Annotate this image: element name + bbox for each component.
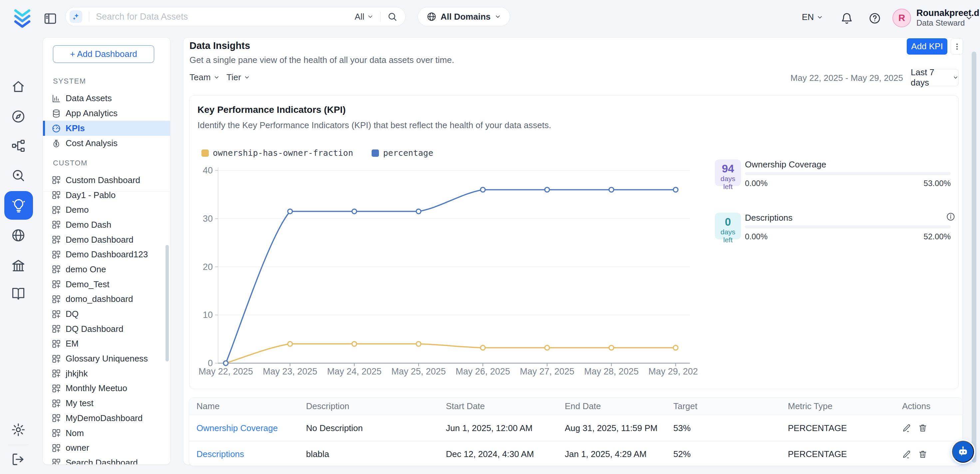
legend-item-ownership[interactable]: ownership-has-owner-fraction	[202, 148, 353, 158]
chatbot-button[interactable]	[952, 441, 974, 463]
user-menu-chevron-icon[interactable]	[965, 14, 973, 22]
column-header-description[interactable]: Description	[306, 401, 446, 412]
svg-text:40: 40	[203, 165, 213, 175]
help-button[interactable]	[869, 12, 881, 25]
compass-icon	[11, 109, 25, 124]
rail-item-lineage[interactable]	[11, 138, 25, 153]
row-actions	[902, 423, 963, 433]
ai-sparkles-icon[interactable]	[70, 10, 82, 23]
kpi-name-link[interactable]: Descriptions	[196, 449, 306, 460]
sidebar-item-data-assets[interactable]: Data Assets	[43, 91, 170, 106]
sidebar-item-glossary-uniqueness[interactable]: Glossary Uniqueness	[43, 351, 170, 366]
language-selector[interactable]: EN	[802, 12, 823, 22]
days-left-value: 0	[715, 216, 741, 228]
book-icon	[11, 286, 25, 301]
add-dashboard-button[interactable]: + Add Dashboard	[53, 45, 154, 63]
column-header-target[interactable]: Target	[673, 401, 788, 412]
sidebar-item-day1-pablo[interactable]: Day1 - Pablo	[43, 188, 170, 203]
legend-item-percentage[interactable]: percentage	[372, 148, 433, 158]
column-header-end-date[interactable]: End Date	[565, 401, 673, 412]
sidebar-item-label: Cost Analysis	[65, 138, 118, 148]
sidebar-item-label: Glossary Uniqueness	[65, 353, 148, 364]
sidebar-item-dq[interactable]: DQ	[43, 307, 170, 321]
cell-start-date: Jun 1, 2025, 12:00 AM	[446, 423, 565, 433]
dashboard-grid-icon	[52, 339, 61, 348]
sidebar-item-demo-dash[interactable]: Demo Dash	[43, 217, 170, 232]
sidebar-item-custom-dashboard[interactable]: Custom Dashboard	[43, 173, 170, 188]
sidebar-item-search-dashboard[interactable]: Search Dashboard	[43, 455, 170, 465]
app-window: All All Domains EN R Rounakpreet.d Data …	[0, 0, 980, 474]
sidebar-item-dq-dashboard[interactable]: DQ Dashboard	[43, 321, 170, 337]
sidebar-item-label: Search Dashboard	[65, 458, 138, 465]
notifications-button[interactable]	[840, 12, 853, 25]
sidebar-item-demo-one[interactable]: demo One	[43, 262, 170, 277]
sidebar-item-kpis[interactable]: KPIs	[43, 121, 170, 136]
column-header-start-date[interactable]: Start Date	[446, 401, 565, 412]
rail-item-home[interactable]	[11, 79, 25, 94]
search-input[interactable]	[96, 12, 355, 22]
rail-item-governance[interactable]	[11, 258, 25, 273]
add-kpi-button[interactable]: Add KPI	[907, 38, 947, 55]
team-filter-dropdown[interactable]: Team	[189, 72, 220, 83]
rail-item-domains[interactable]	[11, 228, 25, 243]
info-icon[interactable]	[946, 212, 955, 221]
rail-item-glossary[interactable]	[11, 286, 25, 301]
sidebar-item-cost-analysis[interactable]: Cost Analysis	[43, 136, 170, 151]
more-options-button[interactable]	[951, 38, 963, 55]
kpi-name-link[interactable]: Ownership Coverage	[196, 423, 306, 433]
gear-icon	[11, 422, 25, 437]
sidebar-item-jhkjhk[interactable]: jhkjhk	[43, 366, 170, 381]
dashboard-grid-icon	[52, 205, 61, 215]
database-icon	[52, 109, 61, 118]
sidebar-item-label: Demo	[65, 205, 89, 215]
dashboard-grid-icon	[52, 310, 61, 319]
rail-item-discovery[interactable]	[11, 168, 25, 183]
sidebar-item-demo[interactable]: Demo	[43, 202, 170, 217]
edit-icon[interactable]	[902, 423, 912, 433]
delete-icon[interactable]	[918, 423, 928, 433]
sidebar-item-em[interactable]: EM	[43, 337, 170, 352]
domains-dropdown[interactable]: All Domains	[418, 7, 510, 26]
search-scope-dropdown[interactable]: All	[355, 12, 374, 22]
time-range-selector[interactable]: Last 7 days	[910, 69, 959, 86]
kpi-line-chart[interactable]: 010203040May 22, 2025May 23, 2025May 24,…	[199, 159, 698, 382]
cell-target: 53%	[673, 423, 788, 433]
summary-title-ownership: Ownership Coverage	[745, 159, 826, 170]
sidebar-item-owner[interactable]: owner	[43, 441, 170, 455]
sidebar-item-my-test[interactable]: My test	[43, 396, 170, 411]
progress-bar-descriptions	[745, 225, 951, 228]
dashboard-grid-icon	[52, 280, 61, 289]
rail-item-settings[interactable]	[11, 422, 25, 437]
tier-filter-dropdown[interactable]: Tier	[226, 72, 250, 83]
sidebar-item-label: Monthly Meetuo	[65, 383, 127, 393]
sidebar-item-demo-test[interactable]: Demo_Test	[43, 277, 170, 292]
edit-icon[interactable]	[902, 450, 912, 459]
svg-text:30: 30	[203, 214, 213, 224]
cell-metric-type: PERCENTAGE	[788, 449, 902, 460]
rail-item-logout[interactable]	[11, 452, 25, 467]
divider	[89, 12, 89, 22]
sidebar-item-monthly-meetuo[interactable]: Monthly Meetuo	[43, 381, 170, 396]
app-logo[interactable]	[11, 7, 33, 30]
user-avatar[interactable]: R	[892, 9, 911, 27]
sidebar-item-domo-dashboard[interactable]: domo_dashboard	[43, 292, 170, 307]
column-header-name[interactable]: Name	[196, 401, 306, 412]
rail-item-insights-active[interactable]	[4, 191, 33, 220]
sidebar-toggle-button[interactable]	[43, 12, 57, 25]
column-header-metric-type[interactable]: Metric Type	[788, 401, 902, 412]
sidebar-item-nom[interactable]: Nom	[43, 426, 170, 441]
sidebar-item-demo-dashboard123[interactable]: Demo Dashboard123	[43, 247, 170, 262]
dashboard-grid-icon	[52, 458, 61, 465]
sidebar-item-app-analytics[interactable]: App Analytics	[43, 106, 170, 121]
dashboard-grid-icon	[52, 414, 61, 423]
sidebar-item-demo-dashboard[interactable]: Demo Dashboard	[43, 232, 170, 247]
search-icon[interactable]	[387, 12, 397, 22]
global-search-bar[interactable]: All	[65, 7, 406, 26]
rail-item-explore[interactable]	[11, 109, 25, 124]
page-scrollbar[interactable]	[972, 52, 976, 463]
chart-legend: ownership-has-owner-fraction percentage	[202, 148, 433, 158]
delete-icon[interactable]	[918, 450, 928, 459]
sidebar-item-mydemodashboard[interactable]: MyDemoDashboard	[43, 411, 170, 426]
sidebar-scrollbar[interactable]	[165, 245, 169, 361]
cell-metric-type: PERCENTAGE	[788, 423, 902, 433]
